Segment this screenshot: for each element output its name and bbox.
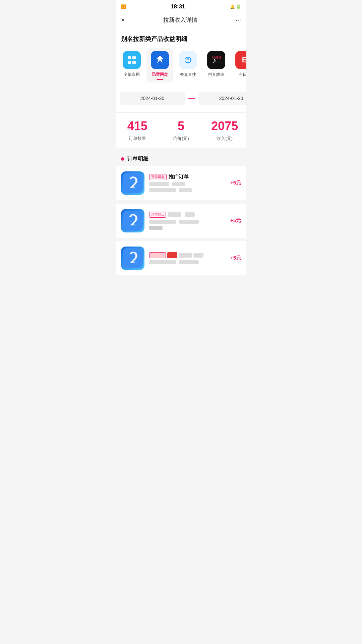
blur-tag-dark [167, 252, 177, 258]
orders-value: 415 [127, 119, 147, 133]
svg-rect-6 [123, 173, 143, 193]
blur-block-3 [149, 188, 176, 192]
order-meta-blurred-4 [149, 226, 226, 230]
all-apps-label: 全部应用 [124, 72, 140, 77]
blur-block-1 [149, 182, 169, 186]
blur-block-5 [149, 220, 176, 224]
order-meta-blurred-5 [149, 260, 226, 264]
kuake-label: 夸克直搜 [180, 72, 196, 77]
date-separator: — [188, 94, 196, 102]
order-card[interactable]: 迅雷网盘 推广订单 +5元 [116, 166, 246, 200]
order-meta-blurred-2 [149, 188, 226, 192]
douyin-icon: ♪ 挂载版 [207, 51, 225, 69]
order-card-partial[interactable]: +5元 [116, 241, 246, 275]
today-label: 今日... [239, 72, 246, 77]
section-title: 别名拉新类产品收益明细 [116, 28, 246, 48]
xunlei-icon [151, 51, 169, 69]
order-section: 订单明细 迅雷网盘 推广订单 [116, 148, 246, 275]
xunlei-underline [157, 79, 163, 80]
order-info-3 [149, 252, 226, 264]
income-label: 收入(元) [217, 136, 233, 142]
order-app-icon-2 [121, 209, 144, 232]
blur-block-9 [179, 260, 199, 264]
app-tabs-container: 全部应用 迅雷网盘 夸克直搜 [116, 48, 246, 87]
stat-income: 2075 收入(元) [203, 113, 246, 148]
avg-price-label: 均价(元) [173, 136, 189, 142]
tab-kuake[interactable]: 夸克直搜 [175, 48, 201, 83]
order-card[interactable]: 迅雷网... +5元 [116, 204, 246, 238]
main-content: 别名拉新类产品收益明细 全部应用 迅雷网盘 [116, 28, 246, 148]
order-title-row-3 [149, 252, 226, 258]
blur-title-4 [193, 253, 203, 258]
svg-rect-8 [123, 248, 143, 268]
order-amount-3: +5元 [230, 255, 241, 261]
order-app-tag: 迅雷网盘 [149, 174, 167, 180]
order-type: 推广订单 [169, 174, 189, 180]
blur-title-2 [185, 212, 195, 217]
tab-all-apps[interactable]: 全部应用 [118, 48, 145, 83]
order-title-row-2: 迅雷网... [149, 212, 226, 218]
svg-rect-3 [132, 61, 136, 64]
order-app-icon-3 [121, 247, 144, 270]
today-icon: E [235, 51, 246, 69]
avg-price-value: 5 [178, 119, 184, 133]
order-meta-blurred [149, 182, 226, 186]
svg-rect-0 [128, 56, 131, 59]
tab-today[interactable]: E 今日... [231, 48, 246, 83]
income-value: 2075 [211, 119, 238, 133]
page-header: × 拉新收入详情 ··· [116, 12, 246, 28]
order-dot [121, 157, 124, 161]
end-date-input[interactable] [198, 92, 246, 105]
blur-tag-red [149, 252, 166, 258]
order-section-header: 订单明细 [116, 151, 246, 166]
douyin-label: 抖音故事 [208, 72, 224, 77]
stat-orders: 415 订单数量 [116, 113, 159, 148]
all-apps-icon [123, 51, 141, 69]
orders-label: 订单数量 [129, 136, 146, 142]
date-filter: — 查询 [116, 87, 246, 110]
svg-rect-2 [128, 61, 131, 64]
blur-block-8 [149, 260, 176, 264]
svg-rect-1 [132, 56, 136, 59]
status-time: 18:31 [171, 3, 185, 10]
xunlei-label: 迅雷网盘 [152, 72, 168, 77]
order-info: 迅雷网盘 推广订单 [149, 174, 226, 192]
order-title-row: 迅雷网盘 推广订单 [149, 174, 226, 180]
blur-block-4 [179, 188, 192, 192]
order-app-icon [121, 171, 144, 195]
order-info-2: 迅雷网... [149, 212, 226, 230]
tab-douyin[interactable]: ♪ 挂载版 抖音故事 [203, 48, 230, 83]
svg-text:挂载版: 挂载版 [212, 56, 222, 59]
blur-block-2 [172, 182, 185, 186]
blur-title [168, 212, 181, 217]
signal-indicator: 📶 [121, 4, 126, 9]
blur-block-6 [179, 220, 199, 224]
stat-avg-price: 5 均价(元) [159, 113, 203, 148]
svg-rect-7 [123, 211, 143, 231]
order-meta-blurred-3 [149, 220, 226, 224]
tab-xunlei[interactable]: 迅雷网盘 [146, 48, 173, 83]
stats-row: 415 订单数量 5 均价(元) 2075 收入(元) [116, 112, 246, 148]
order-amount-2: +5元 [230, 217, 241, 224]
order-amount: +5元 [230, 180, 241, 186]
order-section-title: 订单明细 [127, 156, 148, 163]
blur-block-7 [149, 226, 163, 230]
order-app-tag-2: 迅雷网... [149, 212, 166, 218]
battery-indicator: 🔔 🔋 [230, 4, 241, 9]
kuake-icon [179, 51, 197, 69]
close-button[interactable]: × [121, 16, 125, 24]
start-date-input[interactable] [120, 92, 185, 105]
blur-title-3 [179, 253, 192, 258]
more-button[interactable]: ··· [235, 16, 241, 24]
page-title: 拉新收入详情 [163, 16, 197, 24]
status-bar: 📶 18:31 🔔 🔋 [116, 0, 246, 12]
